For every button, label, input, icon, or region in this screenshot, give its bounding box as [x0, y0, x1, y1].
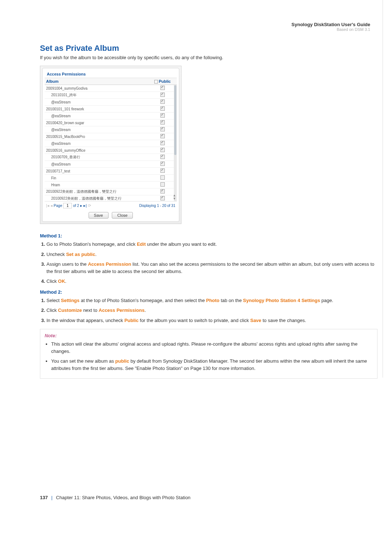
- prev-page-icon[interactable]: ◂: [50, 203, 53, 208]
- note-header: Note:: [45, 333, 373, 338]
- row-label: Fin: [46, 176, 150, 180]
- pager-display: Displaying 1 - 20 of 31: [139, 204, 175, 208]
- public-checkbox[interactable]: [160, 99, 165, 104]
- table-row[interactable]: @eaStream: [45, 126, 177, 133]
- section-intro: If you wish for the album to be accessib…: [40, 55, 377, 60]
- table-row[interactable]: Hram: [45, 182, 177, 188]
- table-row[interactable]: 20100515_MacBookPro: [45, 133, 177, 140]
- public-checkbox[interactable]: [160, 93, 165, 97]
- table-row[interactable]: 20100922美術館，溫德德國餐廳，雙聖之行: [45, 195, 177, 201]
- row-label: 20100709_香港行: [46, 155, 150, 160]
- chapter-label: Chapter 11: Share Photos, Videos, and Bl…: [56, 495, 191, 500]
- scroll-arrows[interactable]: ▲▼: [173, 194, 176, 200]
- table-row[interactable]: 20091004_summyGodiva: [45, 85, 177, 92]
- table-body: 20091004_summyGodiva20110101_跨年@eaStream…: [45, 85, 177, 201]
- table-row[interactable]: 20100516_summyOffice: [45, 147, 177, 154]
- table-row[interactable]: 20100709_香港行: [45, 154, 177, 161]
- col-public[interactable]: Public: [150, 79, 175, 83]
- method1-step3: Assign users to the Access Permission li…: [46, 261, 377, 275]
- method1-steps: Go to Photo Station's homepage, and clic…: [40, 241, 377, 285]
- public-checkbox[interactable]: [160, 127, 165, 131]
- public-checkbox[interactable]: [160, 196, 165, 200]
- table-row[interactable]: 20100420_brown sugar: [45, 119, 177, 126]
- table-row[interactable]: 20100922美術館，溫德德國餐廳，雙聖之行: [45, 188, 177, 195]
- dialog-tab[interactable]: Access Permissions: [45, 70, 177, 78]
- doc-title: Synology DiskStation User's Guide: [291, 22, 370, 27]
- public-header-checkbox[interactable]: [154, 80, 158, 83]
- method1-step2: Uncheck Set as public.: [46, 251, 377, 258]
- row-label: 20110101_跨年: [46, 93, 150, 98]
- row-label: @eaStream: [46, 114, 150, 118]
- note-bullet1: This action will clear the albums' origi…: [51, 341, 373, 355]
- note-bullet2: You can set the new album as public by d…: [51, 358, 373, 372]
- method2-step3: In the window that appears, uncheck Publ…: [46, 317, 377, 324]
- public-checkbox[interactable]: [160, 182, 165, 187]
- table-row[interactable]: @eaStream: [45, 99, 177, 106]
- doc-header: Synology DiskStation User's Guide Based …: [291, 22, 370, 32]
- last-page-icon[interactable]: ▸|: [83, 203, 87, 208]
- row-label: 20100922美術館，溫德德國餐廳，雙聖之行: [46, 196, 150, 201]
- method2-header: Method 2:: [40, 289, 377, 295]
- table-row[interactable]: @eaStream: [45, 161, 177, 168]
- public-checkbox[interactable]: [160, 148, 165, 152]
- method2-steps: Select Settings at the top of Photo Stat…: [40, 297, 377, 324]
- method2-step2: Click Customize next to Access Permissio…: [46, 307, 377, 314]
- table-row[interactable]: @eaStream: [45, 113, 177, 119]
- row-label: 20100101_101 firework: [46, 107, 150, 111]
- row-label: 20100516_summyOffice: [46, 148, 150, 152]
- public-checkbox[interactable]: [160, 106, 165, 111]
- method1-header: Method 1:: [40, 233, 377, 239]
- public-checkbox[interactable]: [160, 120, 165, 125]
- page-footer: 137 | Chapter 11: Share Photos, Videos, …: [40, 495, 377, 500]
- method1-step1: Go to Photo Station's homepage, and clic…: [46, 241, 377, 248]
- row-label: @eaStream: [46, 100, 150, 104]
- pager-of-label: of 2: [73, 204, 79, 208]
- method2-step1: Select Settings at the top of Photo Stat…: [46, 297, 377, 304]
- save-button[interactable]: Save: [89, 212, 109, 219]
- public-checkbox[interactable]: [160, 175, 165, 180]
- table-row[interactable]: 20100101_101 firework: [45, 106, 177, 113]
- table-row[interactable]: Fin: [45, 175, 177, 182]
- page-number: 137: [40, 495, 48, 500]
- public-checkbox[interactable]: [160, 134, 165, 138]
- row-label: 20100515_MacBookPro: [46, 135, 150, 139]
- public-checkbox[interactable]: [160, 189, 165, 194]
- scrollbar[interactable]: [174, 85, 177, 201]
- row-label: @eaStream: [46, 128, 150, 132]
- row-label: 20100420_brown sugar: [46, 121, 150, 125]
- table-header: Album Public: [45, 78, 177, 85]
- section-heading: Set as Private Album: [40, 44, 377, 53]
- row-label: 20091004_summyGodiva: [46, 86, 150, 90]
- public-checkbox[interactable]: [160, 141, 165, 145]
- row-label: @eaStream: [46, 142, 150, 146]
- row-label: @eaStream: [46, 162, 150, 166]
- dialog-screenshot: Access Permissions Album Public 20091004…: [40, 66, 181, 224]
- col-album[interactable]: Album: [46, 79, 150, 83]
- public-checkbox[interactable]: [160, 155, 165, 159]
- public-checkbox[interactable]: [160, 162, 165, 166]
- row-label: Hram: [46, 183, 150, 187]
- row-label: 20100922美術館，溫德德國餐廳，雙聖之行: [46, 189, 150, 194]
- doc-subtitle: Based on DSM 3.1: [291, 27, 370, 32]
- pager: |◂ ◂ Page of 2 ▸ ▸| ⟳ Displaying 1 - 20 …: [45, 201, 177, 210]
- pager-page-input[interactable]: [63, 203, 72, 208]
- refresh-icon[interactable]: ⟳: [88, 203, 91, 208]
- first-page-icon[interactable]: |◂: [46, 203, 49, 208]
- public-checkbox[interactable]: [160, 113, 165, 118]
- table-row[interactable]: @eaStream: [45, 140, 177, 147]
- pager-page-label: Page: [54, 204, 62, 208]
- table-row[interactable]: 20110101_跨年: [45, 92, 177, 99]
- close-button[interactable]: Close: [112, 212, 133, 219]
- next-page-icon[interactable]: ▸: [80, 203, 82, 208]
- public-checkbox[interactable]: [160, 168, 165, 173]
- note-box: Note: This action will clear the albums'…: [40, 329, 377, 379]
- public-checkbox[interactable]: [160, 86, 165, 90]
- table-row[interactable]: 20100717_test: [45, 168, 177, 175]
- row-label: 20100717_test: [46, 169, 150, 173]
- method1-step4: Click OK.: [46, 278, 377, 285]
